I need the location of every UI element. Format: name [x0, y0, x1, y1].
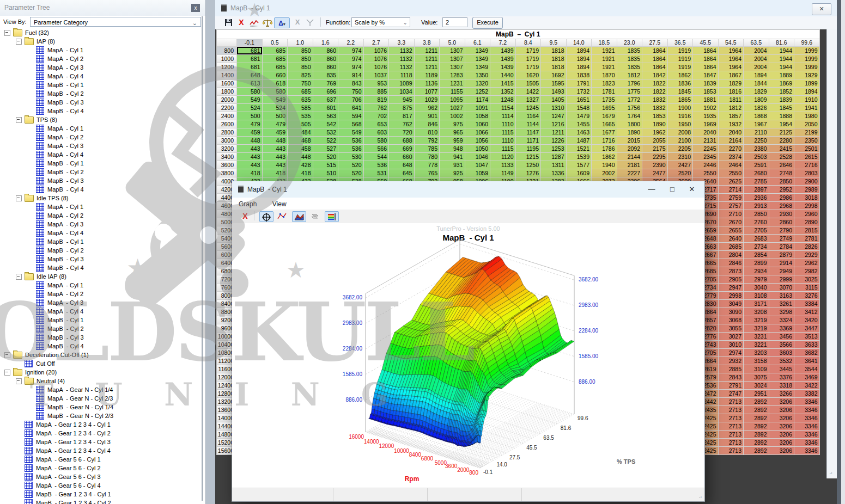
column-header[interactable]: 18.5 — [592, 39, 617, 46]
expander-icon[interactable] — [16, 117, 22, 123]
grid-cell[interactable]: 1037 — [364, 71, 389, 79]
grid-cell[interactable]: 2998 — [719, 292, 744, 299]
tree-item[interactable]: MapA - Gear 5 6 - Cyl 2 — [0, 464, 202, 472]
grid-cell[interactable]: 2951 — [744, 390, 769, 397]
grid-cell[interactable]: 2900 — [794, 177, 819, 185]
view-by-dropdown[interactable]: Parameter Category ⌄ — [30, 17, 201, 27]
grid-cell[interactable]: 3469 — [794, 373, 819, 381]
grid-cell[interactable]: 1838 — [567, 71, 592, 79]
menu-view[interactable]: View — [272, 200, 287, 208]
grid-cell[interactable]: 3171 — [744, 300, 769, 308]
grid-cell[interactable]: 1253 — [541, 145, 566, 152]
tree-item[interactable]: MapB - Cyl 2 — [0, 168, 202, 176]
grid-cell[interactable]: 2040 — [693, 128, 718, 136]
delete-button[interactable]: X — [236, 17, 247, 27]
grid-cell[interactable]: 2885 — [719, 365, 744, 373]
grid-cell[interactable]: 1835 — [617, 47, 642, 54]
grid-cell[interactable]: 1091 — [465, 104, 490, 112]
grid-cell[interactable]: 2897 — [744, 186, 769, 193]
grid-cell[interactable]: 1155 — [440, 88, 465, 95]
grid-cell[interactable]: 1954 — [769, 120, 794, 128]
grid-cell[interactable]: 2002 — [592, 169, 617, 177]
grid-cell[interactable]: 1307 — [440, 63, 465, 71]
grid-cell[interactable]: 443 — [263, 145, 288, 152]
grid-cell[interactable]: 1916 — [668, 112, 693, 120]
grid-cell[interactable]: 875 — [389, 104, 414, 112]
grid-cell[interactable]: 1864 — [693, 63, 718, 71]
grid-cell[interactable]: 3163 — [769, 292, 794, 299]
grid-cell[interactable]: 959 — [440, 137, 465, 144]
grid-cell[interactable]: 2843 — [719, 373, 744, 381]
grid-cell[interactable]: 681 — [237, 63, 262, 71]
row-header[interactable]: 1800 — [217, 88, 236, 95]
grid-cell[interactable]: 1835 — [617, 55, 642, 63]
grid-cell[interactable]: 2245 — [693, 145, 718, 152]
tree-item[interactable]: Fuel (32) — [0, 28, 202, 37]
grid-cell[interactable]: 1349 — [465, 63, 490, 71]
grid-cell[interactable]: 1845 — [668, 88, 693, 95]
grid-cell[interactable]: 688 — [389, 137, 414, 144]
grid-cell[interactable]: 2125 — [769, 128, 794, 136]
grid-cell[interactable]: 2004 — [744, 47, 769, 54]
grid-cell[interactable]: 603 — [364, 128, 389, 136]
grid-cell[interactable]: 1867 — [719, 71, 744, 79]
tree-item[interactable]: MapB - Gear N - Cyl 1/4 — [0, 403, 202, 411]
grid-cell[interactable]: 3025 — [794, 275, 819, 283]
grid-cell[interactable]: 1764 — [617, 112, 642, 120]
grid-cell[interactable]: 3422 — [794, 382, 819, 389]
tree-item[interactable]: MapB - Cyl 2 — [0, 246, 202, 255]
grid-cell[interactable]: 860 — [313, 63, 338, 71]
column-header[interactable]: 7.2 — [490, 39, 515, 46]
grid-cell[interactable]: 750 — [288, 79, 313, 87]
column-header[interactable]: 27.5 — [642, 39, 667, 46]
column-header[interactable]: 0.5 — [263, 39, 288, 46]
grid-cell[interactable]: 1076 — [364, 63, 389, 71]
grid-cell[interactable]: 769 — [313, 79, 338, 87]
grid-cell[interactable]: 2713 — [719, 447, 744, 454]
grid-cell[interactable]: 2899 — [744, 259, 769, 267]
grid-cell[interactable]: 1609 — [567, 169, 592, 177]
grid-cell[interactable]: 580 — [237, 88, 262, 95]
grid-cell[interactable]: 1864 — [642, 47, 667, 54]
grid-cell[interactable]: 1944 — [769, 63, 794, 71]
grid-cell[interactable]: 2055 — [642, 137, 667, 144]
grid-cell[interactable]: 1853 — [693, 88, 718, 95]
grid-cell[interactable]: 702 — [364, 112, 389, 120]
grid-cell[interactable]: 1115 — [490, 128, 515, 136]
grid-cell[interactable]: 2989 — [794, 186, 819, 193]
grid-cell[interactable]: 1964 — [719, 63, 744, 71]
grid-cell[interactable]: 2345 — [693, 153, 718, 161]
grid-cell[interactable]: 3018 — [794, 194, 819, 201]
grid-cell[interactable]: 1962 — [642, 128, 667, 136]
row-header[interactable]: 2200 — [217, 104, 236, 112]
grid-cell[interactable]: 2092 — [617, 145, 642, 152]
grid-cell[interactable]: 1809 — [744, 96, 769, 103]
tree-item[interactable]: MapA - Gear 1 2 3 4 - Cyl 2 — [0, 429, 202, 438]
row-header[interactable]: 3400 — [217, 153, 236, 161]
grid-cell[interactable]: 613 — [237, 79, 262, 87]
grid-cell[interactable]: 1732 — [567, 88, 592, 95]
grid-cell[interactable]: 594 — [338, 112, 363, 120]
grid-cell[interactable]: 1679 — [592, 112, 617, 120]
grid-cell[interactable]: 1245 — [516, 104, 541, 112]
grid-cell[interactable]: 1888 — [769, 112, 794, 120]
grid-cell[interactable]: 1149 — [490, 169, 515, 177]
grid-cell[interactable]: 1002 — [440, 112, 465, 120]
column-header[interactable]: 3.8 — [415, 39, 440, 46]
grid-cell[interactable]: 850 — [288, 63, 313, 71]
grid-cell[interactable]: 2846 — [719, 259, 744, 267]
grid-cell[interactable]: 637 — [313, 96, 338, 103]
tree-item[interactable]: MapA - Gear 1 2 3 4 - Cyl 4 — [0, 446, 202, 455]
grid-cell[interactable]: 1829 — [719, 79, 744, 87]
grid-cell[interactable]: 1147 — [516, 128, 541, 136]
grid-cell[interactable]: 2982 — [794, 267, 819, 275]
grid-cell[interactable]: 1839 — [693, 79, 718, 87]
grid-cell[interactable]: 685 — [263, 63, 288, 71]
grid-cell[interactable]: 542 — [313, 120, 338, 128]
grid-cell[interactable]: 975 — [440, 120, 465, 128]
grid-cell[interactable]: 1921 — [592, 63, 617, 71]
grid-cell[interactable]: 846 — [415, 120, 440, 128]
grid-cell[interactable]: 1900 — [668, 104, 693, 112]
grid-cell[interactable]: 785 — [415, 145, 440, 152]
tree-item[interactable]: MapA - Cyl 3 — [0, 142, 202, 150]
